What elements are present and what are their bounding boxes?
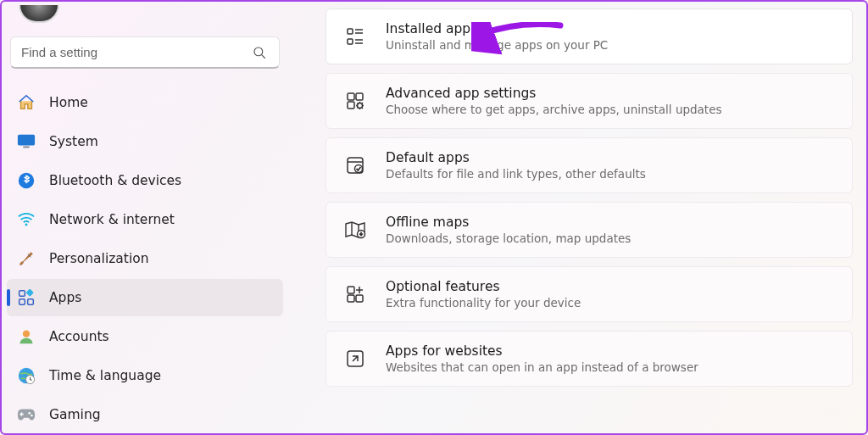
card-advanced-app-settings[interactable]: Advanced app settings Choose where to ge… xyxy=(326,73,853,129)
default-apps-icon xyxy=(343,153,367,177)
sidebar-item-time[interactable]: Time & language xyxy=(7,357,283,394)
card-subtitle: Choose where to get apps, archive apps, … xyxy=(386,103,722,116)
sidebar-item-label: Home xyxy=(49,95,88,110)
card-subtitle: Extra functionality for your device xyxy=(386,296,581,310)
sidebar-item-bluetooth[interactable]: Bluetooth & devices xyxy=(7,162,283,199)
sidebar-item-label: System xyxy=(49,134,98,149)
sidebar-item-label: Network & internet xyxy=(49,212,175,227)
card-title: Optional features xyxy=(386,279,581,294)
card-subtitle: Websites that can open in an app instead… xyxy=(386,360,698,374)
map-icon xyxy=(343,218,367,242)
svg-rect-15 xyxy=(348,29,353,34)
sidebar-item-label: Time & language xyxy=(49,368,161,383)
card-apps-for-websites[interactable]: Apps for websites Websites that can open… xyxy=(326,331,853,387)
svg-rect-8 xyxy=(28,299,34,305)
card-default-apps[interactable]: Default apps Defaults for file and link … xyxy=(326,137,853,193)
optional-features-icon xyxy=(343,282,367,306)
svg-rect-6 xyxy=(19,291,25,297)
gaming-icon xyxy=(17,405,36,424)
card-subtitle: Defaults for file and link types, other … xyxy=(386,167,646,181)
card-text: Installed apps Uninstall and manage apps… xyxy=(386,21,608,52)
svg-rect-16 xyxy=(348,39,353,44)
sidebar-item-label: Gaming xyxy=(49,407,101,422)
svg-rect-23 xyxy=(348,102,354,109)
svg-line-1 xyxy=(262,54,265,58)
sidebar-item-gaming[interactable]: Gaming xyxy=(7,396,283,433)
sidebar-item-label: Apps xyxy=(49,290,81,305)
svg-rect-28 xyxy=(348,287,354,293)
svg-rect-21 xyxy=(348,93,354,100)
main-content: Installed apps Uninstall and manage apps… xyxy=(288,2,866,433)
sidebar-nav: Home System Bluetooth & devices xyxy=(7,84,283,433)
card-installed-apps[interactable]: Installed apps Uninstall and manage apps… xyxy=(326,8,853,64)
installed-apps-icon xyxy=(343,25,367,48)
sidebar: Home System Bluetooth & devices xyxy=(2,2,288,433)
svg-point-14 xyxy=(31,415,33,417)
sidebar-item-label: Bluetooth & devices xyxy=(49,173,181,188)
sidebar-item-label: Personalization xyxy=(49,251,149,266)
card-offline-maps[interactable]: Offline maps Downloads, storage location… xyxy=(326,202,853,258)
svg-rect-3 xyxy=(23,147,29,148)
svg-point-13 xyxy=(28,412,31,415)
card-title: Installed apps xyxy=(386,21,608,36)
sidebar-item-home[interactable]: Home xyxy=(7,84,283,121)
sidebar-item-accounts[interactable]: Accounts xyxy=(7,318,283,355)
clock-globe-icon xyxy=(17,366,36,385)
card-text: Default apps Defaults for file and link … xyxy=(386,150,646,181)
svg-rect-30 xyxy=(356,295,363,302)
card-text: Apps for websites Websites that can open… xyxy=(386,343,698,374)
card-title: Offline maps xyxy=(386,215,631,230)
system-icon xyxy=(17,132,36,151)
svg-point-5 xyxy=(25,223,28,226)
avatar[interactable] xyxy=(19,5,59,23)
svg-rect-29 xyxy=(348,295,354,302)
card-title: Default apps xyxy=(386,150,646,165)
sidebar-item-network[interactable]: Network & internet xyxy=(7,201,283,238)
card-subtitle: Uninstall and manage apps on your PC xyxy=(386,38,608,52)
card-text: Optional features Extra functionality fo… xyxy=(386,279,581,310)
card-text: Offline maps Downloads, storage location… xyxy=(386,215,631,245)
search-box[interactable] xyxy=(10,36,280,69)
card-text: Advanced app settings Choose where to ge… xyxy=(386,86,722,116)
sidebar-item-label: Accounts xyxy=(49,329,109,344)
svg-rect-7 xyxy=(19,299,25,305)
apps-icon xyxy=(17,288,36,307)
search-input[interactable] xyxy=(21,45,250,59)
svg-rect-9 xyxy=(25,289,33,297)
home-icon xyxy=(17,93,36,112)
svg-rect-2 xyxy=(18,135,35,146)
wifi-icon xyxy=(17,210,36,229)
sidebar-item-system[interactable]: System xyxy=(7,123,283,160)
card-subtitle: Downloads, storage location, map updates xyxy=(386,231,631,245)
card-title: Advanced app settings xyxy=(386,86,722,101)
brush-icon xyxy=(17,249,36,268)
bluetooth-icon xyxy=(17,171,36,190)
svg-point-10 xyxy=(23,331,30,337)
advanced-settings-icon xyxy=(343,89,367,113)
search-icon xyxy=(250,43,269,62)
svg-point-0 xyxy=(254,47,263,56)
card-optional-features[interactable]: Optional features Extra functionality fo… xyxy=(326,266,853,322)
accounts-icon xyxy=(17,327,36,346)
sidebar-item-apps[interactable]: Apps xyxy=(7,279,283,316)
sidebar-item-personalization[interactable]: Personalization xyxy=(7,240,283,277)
apps-for-websites-icon xyxy=(343,347,367,371)
card-title: Apps for websites xyxy=(386,343,698,359)
svg-rect-22 xyxy=(356,93,363,100)
